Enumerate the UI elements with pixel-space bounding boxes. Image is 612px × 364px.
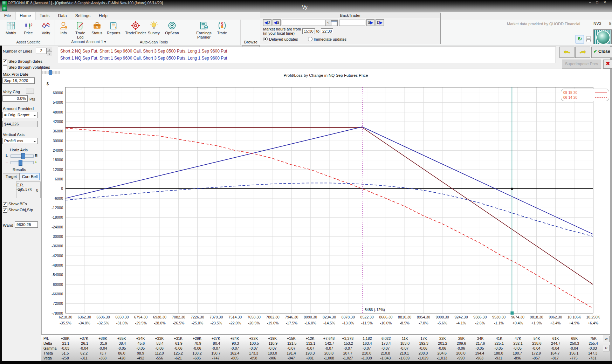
refresh-icon[interactable]: ↻ <box>576 35 584 43</box>
greeks-row-gamma: Gamma-0.03-0.04-0.04-0.05-0.05-0.06-0.06… <box>41 346 610 351</box>
close-button[interactable]: ✔ Close <box>591 47 612 58</box>
chart-panel: Profit/Loss by Change in NQ Sep Futures … <box>41 69 610 335</box>
app-icon-small <box>2 6 7 11</box>
svg-text:-20.5%: -20.5% <box>248 321 260 325</box>
reports-button[interactable]: $Reports <box>105 21 122 35</box>
greeks-cell: -857 <box>532 356 540 360</box>
show-obj-stp-checkbox[interactable] <box>3 208 7 213</box>
market-close-input[interactable]: 22:30 <box>321 28 333 34</box>
delete-line-button[interactable]: ✖ <box>603 60 612 69</box>
greeks-cell: -0.05 <box>136 346 145 350</box>
curr-bell-button[interactable]: Curr Bell <box>20 173 40 180</box>
horiz-axis-slider[interactable] <box>11 154 34 158</box>
svg-text:7226.30: 7226.30 <box>191 315 204 319</box>
target-button[interactable]: Target <box>3 173 20 180</box>
max-proj-date-input[interactable]: Sep 18, 2020 <box>2 77 35 84</box>
greeks-cell: -906 <box>269 356 276 360</box>
volty-button[interactable]: Volty <box>37 21 55 35</box>
menu-item-home[interactable]: Home <box>15 12 35 20</box>
info-button[interactable]: iInfo <box>55 21 72 35</box>
greeks-cell: -201.2 <box>437 341 447 345</box>
greeks-cell: -68K <box>570 336 578 341</box>
svg-text:i: i <box>66 26 66 28</box>
menu-item-data[interactable]: Data <box>54 12 71 19</box>
greeks-cell: -0.06 <box>155 346 164 350</box>
greeks-cell: -255.4 <box>587 341 598 345</box>
backtrader-next-step-button[interactable]: S▶ <box>366 19 374 26</box>
volty-units-label: Pts <box>29 97 35 101</box>
volty-more-button[interactable]: ... <box>26 89 34 94</box>
step-through-volatilities-checkbox[interactable] <box>3 66 7 70</box>
svg-text:-34.0%: -34.0% <box>78 321 90 325</box>
backtrader-prev-step-button[interactable]: ◀S <box>273 19 281 26</box>
svg-text:0: 0 <box>61 186 63 191</box>
svg-text:-6000: -6000 <box>54 196 63 200</box>
printer-icon[interactable] <box>585 36 592 44</box>
immediate-updates-label: Immediate updates <box>314 37 347 41</box>
trade-log-button[interactable]: Trade Log <box>72 21 89 39</box>
number-of-lines-input[interactable]: 2 <box>36 48 47 54</box>
backtrader-next-day-button[interactable]: D▶ <box>376 19 384 26</box>
svg-text:-28.0%: -28.0% <box>154 321 165 325</box>
nv3-indicator: NV3 <box>593 21 601 26</box>
backtrader-less-button[interactable]: < <box>325 20 331 26</box>
step-forward-button[interactable]: ●⇨ <box>575 47 590 58</box>
greeks-cell: -731 <box>589 356 596 360</box>
calendar-icon[interactable] <box>331 20 337 26</box>
menu-item-file[interactable]: File <box>0 12 15 19</box>
daily-button[interactable]: D <box>603 345 610 351</box>
greeks-cell: 210.1 <box>400 351 409 355</box>
horiz-axis-label: Horiz Axis <box>10 148 28 152</box>
greeks-cell: +12K <box>306 336 315 341</box>
superimpose-prev-button[interactable]: Superimpose Prev <box>562 60 601 69</box>
tradefinder-button[interactable]: TradeFinder <box>126 21 145 35</box>
amount-mode-select[interactable]: = Orig. Reqmt. <box>2 112 38 118</box>
greeks-cell: -34K <box>476 336 483 341</box>
menu-item-tools[interactable]: Tools <box>35 12 54 19</box>
backtrader-time-input[interactable] <box>339 20 365 26</box>
svg-text:$: $ <box>221 22 224 27</box>
step-back-button[interactable]: ⇦● <box>559 47 575 58</box>
weekly-button[interactable]: W <box>603 336 610 342</box>
svg-text:10.250K: 10.250K <box>586 315 600 319</box>
show-bes-checkbox[interactable] <box>3 202 7 207</box>
menu-item-settings[interactable]: Settings <box>71 12 95 19</box>
greeks-cell: -1,182 <box>362 336 372 341</box>
step-through-dates-checkbox[interactable] <box>3 60 7 64</box>
greeks-cell: -22K <box>438 336 446 341</box>
greeks-cell: -0.07 <box>306 346 314 350</box>
profit-loss-chart[interactable]: 6000054000480004200036000300002400018000… <box>42 69 611 335</box>
ribbon-group-asset-specific: MatrixPriceVoltyAsset Specific <box>2 20 55 45</box>
backtrader-date-input[interactable]: < <box>282 20 338 26</box>
greeks-cell: -0.04 <box>99 346 107 350</box>
svg-text:7658.30: 7658.30 <box>247 315 261 319</box>
greeks-cell: -0.07 <box>400 346 408 350</box>
number-of-lines-stepper[interactable] <box>47 48 52 56</box>
earnings-planner-button[interactable]: EEarnings Planner <box>195 21 213 39</box>
price-button[interactable]: Price <box>20 21 37 35</box>
greeks-cell: -368 <box>99 356 106 360</box>
greeks-cell: 112.0 <box>155 351 164 355</box>
delayed-updates-radio[interactable] <box>263 37 268 41</box>
survey-button[interactable]: Survey <box>145 21 163 35</box>
trade-button[interactable]: $Trade <box>213 21 231 35</box>
window-controls[interactable]: – □ ✕ <box>589 0 608 4</box>
greeks-cell: -26.1 <box>80 341 88 345</box>
wand-input[interactable]: 9630.25 <box>15 221 38 228</box>
opscan-button[interactable]: OpScan <box>163 21 181 35</box>
status-button[interactable]: $Status <box>89 21 105 35</box>
price-annotation: 8486 (-12%) <box>364 308 386 312</box>
backtrader-prev-day-button[interactable]: ◀D <box>263 19 271 26</box>
greeks-cell: -244.7 <box>550 341 561 345</box>
greeks-cell: -1,029 <box>418 356 428 360</box>
volty-chg-input[interactable]: 0.0% <box>2 95 28 102</box>
matrix-button[interactable]: Matrix <box>2 21 20 35</box>
zoom-slider[interactable] <box>11 161 34 164</box>
greeks-cell: -183.0 <box>399 341 410 345</box>
count-indicator: 5 <box>609 21 611 26</box>
immediate-updates-radio[interactable] <box>308 37 312 41</box>
vertical-axis-select[interactable]: Profit/Loss <box>2 138 38 144</box>
svg-text:$: $ <box>115 26 117 29</box>
menu-item-help[interactable]: Help <box>95 12 112 19</box>
market-open-input[interactable]: 15:30 <box>302 28 315 34</box>
